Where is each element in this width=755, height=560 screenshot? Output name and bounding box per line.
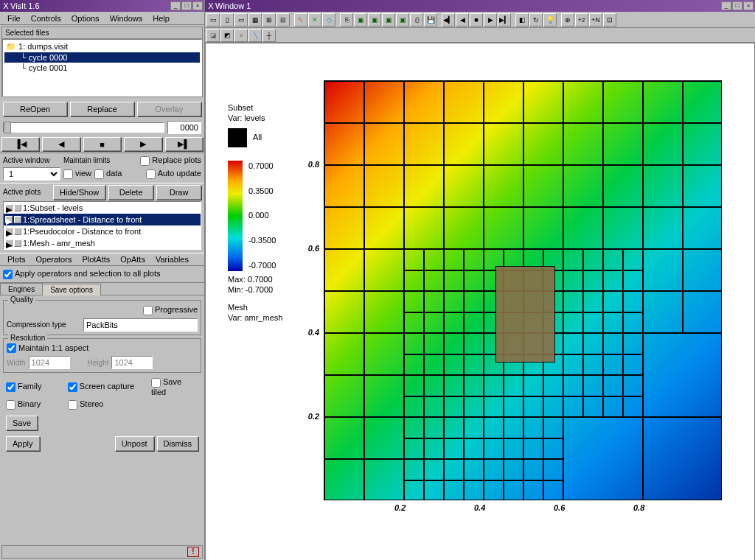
tab-engines[interactable]: Engines — [0, 283, 43, 295]
menu-file[interactable]: File — [3, 13, 25, 24]
apply-operators-checkbox[interactable]: Apply operators and selection to all plo… — [3, 270, 161, 278]
tool-stop-icon[interactable]: ■ — [470, 13, 483, 27]
tool-camera4-icon[interactable]: ▣ — [396, 13, 409, 27]
tool-camera2-icon[interactable]: ▣ — [368, 13, 381, 27]
plot-item[interactable]: ▶1:Subset - levels — [4, 202, 201, 214]
tool-grid3-icon[interactable]: ⊟ — [276, 13, 290, 27]
file-root[interactable]: 📁 1: dumps.visit — [4, 41, 200, 52]
unpost-button[interactable]: Unpost — [115, 436, 154, 451]
time-slider[interactable] — [3, 122, 164, 133]
maintain-aspect-checkbox[interactable]: Maintain 1:1 aspect — [7, 344, 88, 352]
close-icon[interactable]: X — [206, 1, 215, 10]
close-icon[interactable]: X — [1, 1, 10, 10]
stereo-checkbox[interactable]: Stereo — [68, 399, 103, 410]
expand-icon[interactable]: ▶ — [5, 216, 13, 223]
tool-pick-icon[interactable]: ◇ — [322, 13, 335, 27]
tool-spin-icon[interactable]: ↻ — [529, 13, 543, 27]
plot-item[interactable]: ▶1:Pseudocolor - Distance to front — [4, 225, 201, 237]
tool-print-icon[interactable]: ⎙ — [410, 13, 423, 27]
plot-item[interactable]: ▶1:Mesh - amr_mesh — [4, 237, 201, 249]
tool-camera-icon[interactable]: ▣ — [354, 13, 367, 27]
dismiss-button[interactable]: Dismiss — [157, 436, 199, 451]
time-value-field[interactable] — [167, 121, 201, 134]
tool-bulb-icon[interactable]: 💡 — [543, 13, 557, 27]
close-button-icon[interactable]: × — [192, 1, 203, 10]
active-window-select[interactable]: 1 — [3, 167, 60, 181]
tool-prev-icon[interactable]: ◀ — [456, 13, 469, 27]
save-button[interactable]: Save — [6, 416, 38, 430]
tool-clear-icon[interactable]: ✕ — [308, 13, 321, 27]
menu-plotatts[interactable]: PlotAtts — [77, 254, 114, 265]
expand-icon[interactable]: ▶ — [5, 204, 13, 211]
tool-last-icon[interactable]: ▶▎ — [498, 13, 511, 27]
compression-field[interactable] — [83, 318, 198, 332]
tool-cube-icon[interactable]: ◧ — [515, 13, 529, 27]
visualization-canvas[interactable]: Subset Var: levels All 0.7000 0.3500 0.0… — [205, 43, 755, 560]
replace-button[interactable]: Replace — [70, 102, 134, 116]
save-tiled-checkbox[interactable]: Save tiled — [151, 377, 198, 396]
replace-plots-checkbox[interactable]: Replace plots — [140, 155, 201, 166]
tool-next-icon[interactable]: ▶ — [484, 13, 497, 27]
tool-open-icon[interactable]: ▭ — [206, 13, 220, 27]
tool-save-icon[interactable]: 💾 — [424, 13, 437, 27]
plot-list[interactable]: ▶1:Subset - levels ▶1:Spreadsheet - Dist… — [3, 201, 201, 250]
tool-grid-icon[interactable]: ▦ — [248, 13, 262, 27]
file-tree[interactable]: 📁 1: dumps.visit └ cycle 0000 └ cycle 00… — [2, 39, 202, 97]
first-button[interactable]: ▐◀ — [1, 137, 39, 151]
menu-plots[interactable]: Plots — [3, 254, 29, 265]
menu-opatts[interactable]: OpAtts — [116, 254, 150, 265]
expand-icon[interactable]: ▶ — [5, 239, 13, 247]
auto-update-checkbox[interactable]: Auto update — [146, 169, 201, 179]
data-checkbox[interactable]: data — [94, 169, 122, 179]
maximize-icon[interactable]: □ — [732, 1, 742, 10]
menu-windows[interactable]: Windows — [105, 13, 147, 24]
tool-select3-icon[interactable]: ● — [234, 29, 248, 42]
tool-grid2-icon[interactable]: ⊞ — [262, 13, 276, 27]
stop-button[interactable]: ■ — [83, 137, 121, 151]
binary-checkbox[interactable]: Binary — [6, 399, 65, 410]
tool-first-icon[interactable]: ◀▎ — [442, 13, 455, 27]
highlighted-region[interactable] — [495, 266, 555, 363]
menu-help[interactable]: Help — [148, 13, 174, 24]
menu-controls[interactable]: Controls — [27, 13, 66, 24]
alert-icon[interactable]: ! — [187, 547, 199, 557]
expand-icon[interactable]: ▶ — [5, 228, 13, 235]
play-button[interactable]: ▶ — [124, 137, 161, 151]
minimize-icon[interactable]: _ — [721, 1, 731, 10]
plot-area[interactable] — [324, 80, 722, 500]
menu-options[interactable]: Options — [67, 13, 104, 24]
hideshow-button[interactable]: Hide/Show — [53, 185, 105, 200]
family-checkbox[interactable]: Family — [6, 382, 65, 392]
tool-camera3-icon[interactable]: ▣ — [382, 13, 395, 27]
tab-save-options[interactable]: Save options — [42, 284, 101, 295]
tool-layout2-icon[interactable]: ▭ — [234, 13, 248, 27]
menu-operators[interactable]: Operators — [31, 254, 76, 265]
tool-layout1-icon[interactable]: ▯ — [220, 13, 234, 27]
tool-line-icon[interactable]: ╲ — [248, 29, 262, 42]
reopen-button[interactable]: ReOpen — [3, 102, 67, 116]
close-button-icon[interactable]: × — [743, 1, 754, 10]
apply-button[interactable]: Apply — [6, 436, 40, 451]
tool-brush-icon[interactable]: ✎ — [294, 13, 307, 27]
minimize-icon[interactable]: _ — [170, 1, 181, 10]
menu-variables[interactable]: Variables — [151, 254, 193, 265]
plot-item[interactable]: ▶1:Spreadsheet - Distance to front — [4, 214, 201, 225]
screen-capture-checkbox[interactable]: Screen capture — [68, 382, 148, 392]
view-checkbox[interactable]: view — [63, 169, 91, 179]
file-item[interactable]: └ cycle 0000 — [4, 52, 200, 63]
progressive-checkbox[interactable]: Progressive — [143, 306, 198, 314]
delete-button[interactable]: Delete — [108, 185, 153, 200]
tool-axis-icon[interactable]: ⊕ — [561, 13, 574, 27]
last-button[interactable]: ▶▌ — [165, 137, 203, 151]
draw-button[interactable]: Draw — [156, 185, 201, 200]
tool-misc-icon[interactable]: ⊡ — [603, 13, 616, 27]
file-item[interactable]: └ cycle 0001 — [4, 63, 200, 73]
tool-plusn-icon[interactable]: +N — [589, 13, 602, 27]
back-button[interactable]: ◀ — [42, 137, 80, 151]
tool-copy-icon[interactable]: ⎘ — [340, 13, 353, 27]
maximize-icon[interactable]: □ — [181, 1, 192, 10]
tool-select3d-icon[interactable]: ◪ — [206, 29, 220, 42]
tool-plusz-icon[interactable]: +z — [575, 13, 588, 27]
tool-point-icon[interactable]: ┼ — [262, 29, 276, 42]
tool-select2-icon[interactable]: ◩ — [220, 29, 234, 42]
